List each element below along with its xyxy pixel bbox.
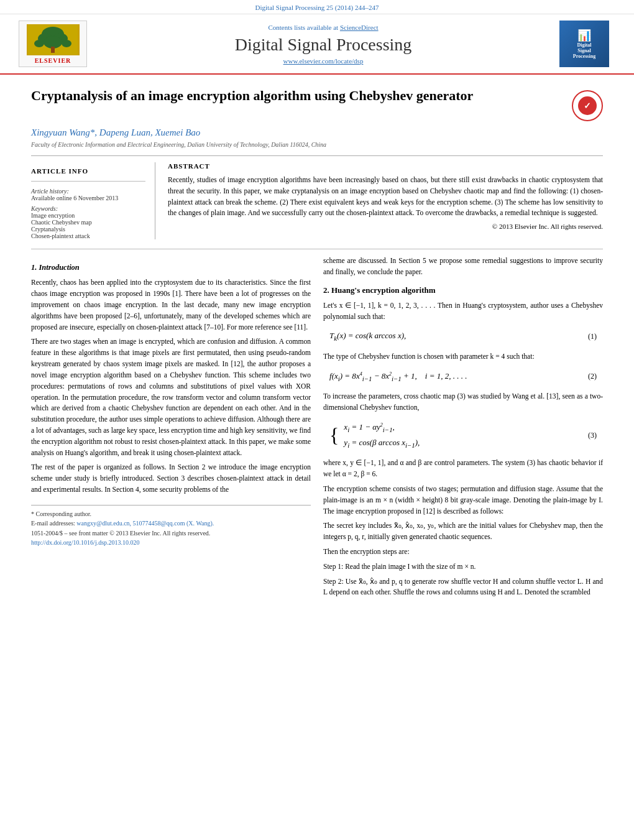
left-column: 1. Introduction Recently, chaos has been…	[31, 256, 311, 602]
dsp-logo: 📊 Digital Signal Processing	[559, 21, 609, 67]
section2-step1: Step 1: Read the plain image I with the …	[323, 561, 603, 573]
section2-para3: To increase the parameters, cross chaoti…	[323, 391, 603, 413]
keywords-label: Keywords:	[31, 205, 145, 212]
section2-intro: scheme are discussed. In Section 5 we pr…	[323, 256, 603, 278]
keyword-2: Chaotic Chebyshev map	[31, 219, 145, 226]
equation-1: Tk(x) = cos(k arccos x), (1)	[323, 327, 603, 346]
section1-para1: Recently, chaos has been applied into th…	[31, 277, 311, 333]
section2-para5: The encryption scheme consists of two st…	[323, 484, 603, 517]
brace-open: {	[329, 425, 339, 445]
eq3-system: { xi = 1 − αy2i−1, yi = cos(β arccos xi−…	[329, 421, 420, 451]
equation-2: f(xi) = 8x4i−1 − 8x2i−1 + 1, i = 1, 2, .…	[323, 367, 603, 386]
section1-para2: There are two stages when an image is en…	[31, 336, 311, 458]
email-label: E-mail addresses:	[31, 520, 75, 527]
section2-para1: Let's x ∈ [−1, 1], k = 0, 1, 2, 3, . . .…	[323, 300, 603, 323]
doi-link[interactable]: http://dx.doi.org/10.1016/j.dsp.2013.10.…	[31, 538, 311, 548]
copyright-notice: © 2013 Elsevier Inc. All rights reserved…	[168, 223, 603, 230]
elsevier-brand-text: ELSEVIER	[35, 57, 71, 64]
elsevier-logo-section: ELSEVIER	[19, 21, 87, 67]
eq3-lines: xi = 1 − αy2i−1, yi = cos(β arccos xi−1)…	[344, 421, 420, 451]
section2-para4: where x, y ∈ [−1, 1], and α and β are co…	[323, 458, 603, 480]
authors: Xingyuan Wang*, Dapeng Luan, Xuemei Bao	[31, 127, 603, 138]
sciencedirect-link[interactable]: ScienceDirect	[340, 24, 379, 31]
elsevier-logo-box: ELSEVIER	[19, 21, 87, 67]
dsp-logo-line3: Processing	[573, 53, 595, 59]
article-title: Cryptanalysis of an image encryption alg…	[31, 87, 559, 105]
footnote-star: * Corresponding author.	[31, 509, 311, 519]
eq3-number: (3)	[588, 430, 597, 441]
dsp-logo-line2: Signal	[577, 48, 590, 53]
email-addresses[interactable]: wangxy@dlut.edu.cn, 510774458@qq.com (X.…	[76, 520, 214, 527]
abstract-heading: ABSTRACT	[168, 162, 603, 170]
affiliation: Faculty of Electronic Information and El…	[31, 141, 603, 148]
eq1-number: (1)	[588, 331, 597, 343]
journal-reference: Digital Signal Processing 25 (2014) 244–…	[0, 0, 634, 14]
equation-3: { xi = 1 − αy2i−1, yi = cos(β arccos xi−…	[323, 418, 603, 453]
eq1-formula: Tk(x) = cos(k arccos x),	[329, 330, 406, 343]
svg-point-7	[62, 40, 71, 47]
eq2-number: (2)	[588, 371, 597, 382]
dsp-logo-line1: Digital	[577, 42, 591, 48]
section2-para7: Then the encryption steps are:	[323, 547, 603, 558]
crossmark-symbol: ✓	[578, 96, 597, 115]
svg-point-6	[34, 40, 44, 47]
copyright-line: 1051-2004/$ – see front matter © 2013 El…	[31, 528, 311, 538]
svg-rect-5	[51, 47, 55, 53]
footnote-email: E-mail addresses: wangxy@dlut.edu.cn, 51…	[31, 519, 311, 528]
crossmark-logo: ✓	[572, 90, 603, 121]
journal-title: Digital Signal Processing	[99, 35, 547, 55]
section2-para6: The secret key includes x̃₀, x̂₀, x₀, y₀…	[323, 520, 603, 543]
journal-url[interactable]: www.elsevier.com/locate/dsp	[99, 57, 547, 65]
abstract-section: ABSTRACT Recently, studies of image encr…	[168, 162, 603, 239]
main-content-area: Cryptanalysis of an image encryption alg…	[0, 75, 634, 602]
article-info-heading: ARTICLE INFO	[31, 167, 145, 175]
section1-heading: 1. Introduction	[31, 262, 311, 274]
keyword-1: Image encryption	[31, 212, 145, 219]
keyword-3: Cryptanalysis	[31, 226, 145, 233]
history-label: Article history:	[31, 188, 145, 195]
article-info: ARTICLE INFO Article history: Available …	[31, 162, 155, 239]
journal-info-center: Contents lists available at ScienceDirec…	[99, 24, 547, 65]
journal-header: ELSEVIER Contents lists available at Sci…	[0, 14, 634, 75]
article-title-section: Cryptanalysis of an image encryption alg…	[31, 75, 603, 127]
section2-step2: Step 2: Use x̃₀, x̂₀ and p, q to generat…	[323, 576, 603, 599]
eq2-formula: f(xi) = 8x4i−1 − 8x2i−1 + 1, i = 1, 2, .…	[329, 370, 467, 384]
contents-available-text: Contents lists available at	[268, 24, 338, 31]
abstract-text: Recently, studies of image encryption al…	[168, 175, 603, 219]
dsp-logo-section: 📊 Digital Signal Processing	[559, 21, 615, 67]
section2-para2: The type of Chebyshev function is chosen…	[323, 351, 603, 362]
eq3-line1: xi = 1 − αy2i−1,	[344, 421, 420, 435]
sciencedirect-label: Contents lists available at ScienceDirec…	[99, 24, 547, 31]
right-column: scheme are discussed. In Section 5 we pr…	[323, 256, 603, 602]
elsevier-tree-image	[27, 24, 80, 55]
info-abstract-section: ARTICLE INFO Article history: Available …	[31, 155, 603, 239]
section2-heading: 2. Huang's encryption algorithm	[323, 284, 603, 297]
footnote-section: * Corresponding author. E-mail addresses…	[31, 505, 311, 548]
journal-ref-text: Digital Signal Processing 25 (2014) 244–…	[255, 4, 379, 11]
eq3-line2: yi = cos(β arccos xi−1),	[344, 436, 420, 450]
main-two-column: 1. Introduction Recently, chaos has been…	[31, 256, 603, 602]
keyword-4: Chosen-plaintext attack	[31, 233, 145, 239]
history-value: Available online 6 November 2013	[31, 195, 145, 201]
section1-para3: The rest of the paper is organized as fo…	[31, 462, 311, 495]
